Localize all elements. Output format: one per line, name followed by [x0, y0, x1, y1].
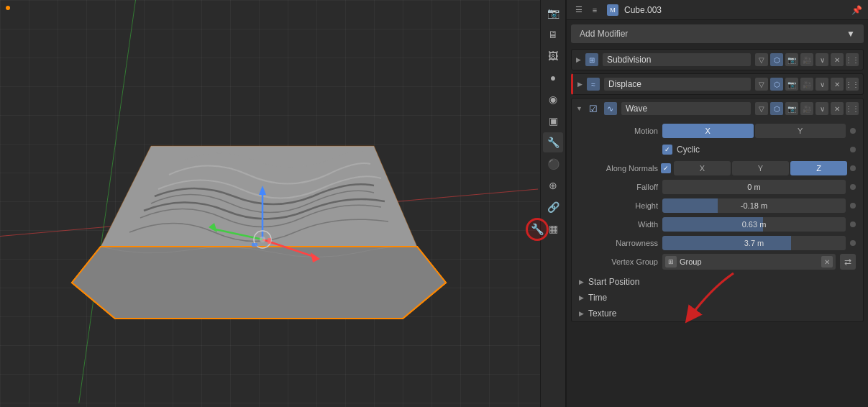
- displace-controls: ▽ ⬡ 📷 🎥 ∨ ✕ ⋮⋮: [755, 78, 859, 91]
- wave-down-btn[interactable]: ∨: [816, 102, 828, 115]
- subdivision-name[interactable]: Subdivision: [603, 53, 751, 66]
- add-modifier-chevron: ▼: [846, 29, 855, 39]
- motion-x-button[interactable]: X: [662, 124, 754, 138]
- wave-filter-btn[interactable]: ▽: [755, 102, 768, 115]
- displace-menu-btn[interactable]: ⋮⋮: [846, 78, 859, 91]
- motion-y-button[interactable]: Y: [755, 124, 846, 138]
- wave-modifier: ▼ ☑ ∿ Wave ▽ ⬡ 📷 🎥 ∨ ✕ ⋮⋮ Motion X Y: [571, 98, 864, 322]
- wave-icon: ∿: [604, 102, 617, 115]
- cyclic-checkbox[interactable]: ✓: [662, 145, 672, 155]
- wave-render-btn[interactable]: 📷: [785, 102, 798, 115]
- motion-group: X Y: [662, 124, 846, 138]
- motion-dot: [850, 128, 856, 134]
- modifier-icon[interactable]: 🔧: [543, 132, 563, 152]
- wave-name[interactable]: Wave: [621, 102, 751, 115]
- svg-rect-14: [268, 238, 271, 244]
- narrowness-value: 3.7 m: [744, 239, 764, 247]
- narrowness-fill: [662, 236, 791, 250]
- wave-x-btn[interactable]: ✕: [831, 102, 844, 115]
- width-dot: [850, 221, 856, 227]
- displace-render-btn[interactable]: 📷: [785, 78, 798, 91]
- displace-realtime-btn[interactable]: ⬡: [770, 78, 783, 91]
- add-modifier-button[interactable]: Add Modifier ▼: [571, 24, 864, 43]
- along-normals-row: Along Normals ✓ X Y Z: [579, 160, 856, 176]
- wave-expand-icon[interactable]: ▼: [576, 105, 583, 112]
- view-layer-icon[interactable]: 🖼: [543, 46, 563, 66]
- cyclic-dot: [850, 147, 856, 152]
- header-menu-icon[interactable]: ☰: [572, 4, 585, 17]
- height-fill: [662, 198, 718, 213]
- displace-modifier-header: ▶ ≈ Displace ▽ ⬡ 📷 🎥 ∨ ✕ ⋮⋮: [573, 74, 863, 94]
- height-dot: [850, 203, 856, 209]
- texture-section[interactable]: ▶ Texture: [572, 306, 863, 321]
- width-field[interactable]: 0.63 m: [662, 217, 846, 232]
- xyz-group: X Y Z: [674, 161, 847, 175]
- falloff-dot: [850, 184, 856, 190]
- subdivision-render-btn[interactable]: 📷: [785, 53, 798, 66]
- texture-label: Texture: [588, 308, 616, 319]
- scene-icon[interactable]: ●: [543, 68, 563, 88]
- motion-label: Motion: [579, 127, 658, 135]
- normals-x-button[interactable]: X: [674, 161, 731, 175]
- output-icon[interactable]: 🖥: [543, 24, 563, 45]
- wave-cam-btn[interactable]: 🎥: [800, 102, 813, 115]
- vertex-group-swap-button[interactable]: ⇄: [840, 254, 856, 270]
- subdivision-modifier: ▶ ⊞ Subdivision ▽ ⬡ 📷 🎥 ∨ ✕ ⋮⋮: [571, 49, 864, 70]
- time-expand-icon: ▶: [579, 294, 584, 301]
- wave-modifier-content: Motion X Y ✓ Cyclic Along Normals ✓ X Y: [572, 119, 863, 274]
- height-field[interactable]: -0.18 m: [662, 198, 846, 213]
- subdivision-expand-icon[interactable]: ▶: [576, 56, 581, 63]
- narrowness-field[interactable]: 3.7 m: [662, 236, 846, 250]
- constraints-icon[interactable]: 🔗: [543, 197, 563, 217]
- wave-modifier-header: ▼ ☑ ∿ Wave ▽ ⬡ 📷 🎥 ∨ ✕ ⋮⋮: [572, 99, 863, 119]
- viewport[interactable]: [0, 0, 540, 407]
- subdivision-menu-btn[interactable]: ⋮⋮: [846, 53, 859, 66]
- height-label: Height: [579, 201, 658, 210]
- start-position-section[interactable]: ▶ Start Position: [572, 274, 863, 290]
- start-position-expand-icon: ▶: [579, 278, 584, 285]
- vertex-group-input[interactable]: ⊞ Group ✕: [662, 254, 836, 270]
- svg-point-12: [260, 237, 265, 242]
- normals-y-button[interactable]: Y: [732, 161, 789, 175]
- start-position-label: Start Position: [588, 277, 639, 287]
- time-section[interactable]: ▶ Time: [572, 290, 863, 306]
- displace-down-btn[interactable]: ∨: [816, 78, 828, 91]
- physics-icon[interactable]: ⊕: [543, 175, 563, 196]
- object-icon[interactable]: ▣: [543, 111, 563, 131]
- subdivision-filter-btn[interactable]: ▽: [755, 53, 768, 66]
- world-icon[interactable]: ◉: [543, 89, 563, 109]
- subdivision-cam-btn[interactable]: 🎥: [800, 53, 813, 66]
- viewport-active-indicator: [6, 6, 10, 10]
- displace-name[interactable]: Displace: [604, 78, 751, 91]
- subdivision-x-btn[interactable]: ✕: [831, 53, 844, 66]
- along-normals-checkbox[interactable]: ✓: [661, 163, 671, 173]
- width-row: Width 0.63 m: [579, 216, 856, 232]
- displace-expand-icon[interactable]: ▶: [577, 81, 583, 88]
- modifier-type-icon: M: [607, 4, 618, 16]
- displace-cam-btn[interactable]: 🎥: [800, 78, 813, 91]
- wave-realtime-btn[interactable]: ⬡: [770, 102, 783, 115]
- narrowness-dot: [850, 240, 856, 246]
- particles-icon[interactable]: ⚫: [543, 154, 563, 174]
- falloff-field[interactable]: 0 m: [662, 180, 846, 194]
- vertex-group-name: Group: [680, 257, 818, 266]
- narrowness-label: Narrowness: [579, 239, 658, 247]
- wave-menu-btn[interactable]: ⋮⋮: [846, 102, 859, 115]
- subdivision-down-btn[interactable]: ∨: [816, 53, 828, 66]
- displace-filter-btn[interactable]: ▽: [755, 78, 768, 91]
- wave-checkbox[interactable]: ☑: [587, 102, 600, 115]
- svg-marker-3: [72, 247, 446, 319]
- pin-icon[interactable]: 📌: [851, 5, 862, 15]
- width-label: Width: [579, 220, 658, 229]
- render-icon[interactable]: 📷: [543, 3, 563, 23]
- displace-x-btn[interactable]: ✕: [831, 78, 844, 91]
- data-icon[interactable]: ▦: [543, 219, 563, 239]
- subdivision-realtime-btn[interactable]: ⬡: [770, 53, 783, 66]
- vertex-group-clear-button[interactable]: ✕: [821, 256, 833, 267]
- mesh-object: [58, 74, 460, 333]
- header-list-icon[interactable]: ≡: [588, 4, 601, 17]
- normals-z-button[interactable]: Z: [790, 161, 847, 175]
- svg-rect-13: [252, 243, 257, 247]
- vertex-group-row: Vertex Group ⊞ Group ✕ ⇄: [579, 254, 856, 270]
- height-value: -0.18 m: [741, 201, 767, 210]
